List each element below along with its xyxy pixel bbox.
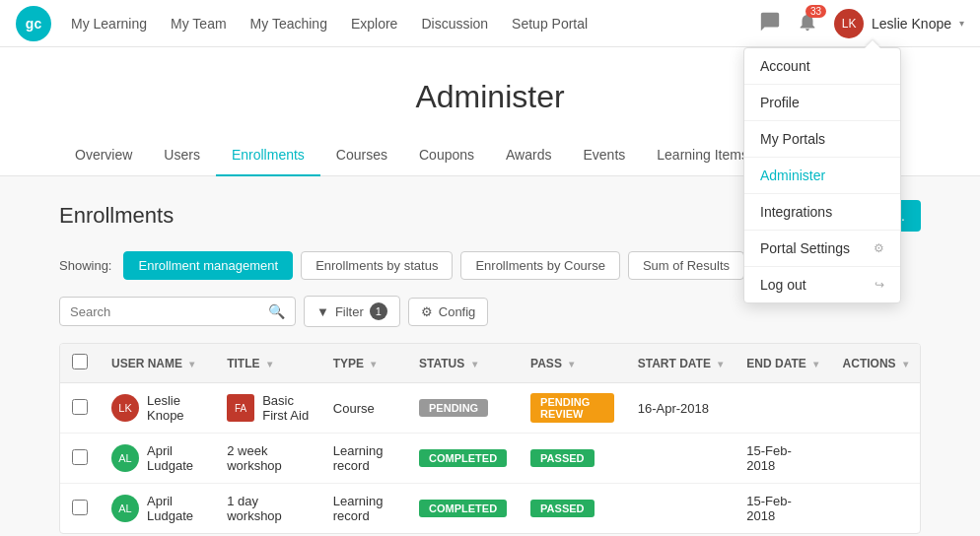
- sub-nav-enrollments[interactable]: Enrollments: [216, 135, 320, 176]
- user-menu[interactable]: LK Leslie Knope ▾: [834, 9, 964, 38]
- col-type[interactable]: TYPE ▾: [321, 344, 407, 383]
- col-title[interactable]: TITLE ▾: [215, 344, 321, 383]
- col-status[interactable]: STATUS ▾: [407, 344, 519, 383]
- status-badge: COMPLETED: [419, 500, 507, 517]
- search-icon: 🔍: [268, 303, 285, 319]
- row-title-cell: 1 day workshop: [215, 484, 321, 534]
- row-pass-cell: PENDING REVIEW: [519, 383, 626, 434]
- chevron-down-icon: ▾: [959, 18, 964, 29]
- filter-icon: ▼: [316, 304, 329, 319]
- row-checkbox[interactable]: [72, 449, 88, 465]
- config-button[interactable]: ⚙ Config: [408, 298, 489, 326]
- user-avatar: AL: [111, 444, 139, 472]
- end-date-text: 15-Feb-2018: [746, 443, 792, 473]
- row-pass-cell: PASSED: [519, 434, 626, 484]
- row-actions-cell: [831, 484, 920, 534]
- col-actions[interactable]: ACTIONS ▾: [831, 344, 920, 383]
- select-all-checkbox[interactable]: [72, 354, 88, 369]
- username-text: April Ludgate: [147, 443, 203, 473]
- logout-icon: ↪: [875, 278, 884, 292]
- sub-nav-users[interactable]: Users: [148, 135, 216, 176]
- col-end-date[interactable]: END DATE ▾: [735, 344, 830, 383]
- row-start-date-cell: [626, 484, 735, 534]
- sort-start-date-icon: ▾: [718, 359, 723, 369]
- sort-end-date-icon: ▾: [813, 359, 818, 369]
- user-name: Leslie Knope: [872, 16, 951, 32]
- row-title-cell: FA Basic First Aid: [215, 383, 321, 434]
- nav-setup-portal[interactable]: Setup Portal: [512, 16, 588, 32]
- sort-type-icon: ▾: [371, 359, 376, 369]
- type-text: Course: [333, 401, 375, 416]
- col-start-date[interactable]: START DATE ▾: [626, 344, 735, 383]
- table-row: AL April Ludgate 2 week workshop Learnin…: [60, 434, 920, 484]
- row-checkbox-cell[interactable]: [60, 383, 100, 434]
- col-username[interactable]: USER NAME ▾: [100, 344, 215, 383]
- dropdown-integrations[interactable]: Integrations: [744, 194, 900, 231]
- config-icon: ⚙: [421, 304, 433, 319]
- title-text: 1 day workshop: [227, 494, 310, 523]
- filter-count-badge: 1: [370, 302, 387, 320]
- user-avatar: AL: [111, 495, 139, 522]
- row-end-date-cell: [735, 383, 830, 434]
- sort-pass-icon: ▾: [569, 359, 574, 369]
- nav-my-team[interactable]: My Team: [171, 16, 227, 32]
- row-actions-cell: [831, 383, 920, 434]
- nav-right: 33 LK Leslie Knope ▾: [759, 9, 964, 38]
- tab-sum-of-results[interactable]: Sum of Results: [628, 251, 744, 280]
- status-badge: PENDING: [419, 399, 488, 417]
- user-avatar: LK: [111, 394, 139, 422]
- row-username-cell: AL April Ludgate: [100, 434, 215, 484]
- row-start-date-cell: [626, 434, 735, 484]
- nav-my-teaching[interactable]: My Teaching: [250, 16, 327, 32]
- title-text: Basic First Aid: [262, 393, 310, 423]
- search-box[interactable]: 🔍: [59, 297, 296, 326]
- status-badge: COMPLETED: [419, 449, 507, 467]
- row-checkbox[interactable]: [72, 500, 88, 515]
- chat-icon[interactable]: [759, 11, 781, 35]
- notification-icon[interactable]: 33: [797, 11, 818, 35]
- settings-icon: ⚙: [874, 241, 884, 255]
- tab-enrollment-management[interactable]: Enrollment management: [123, 251, 293, 280]
- nav-explore[interactable]: Explore: [351, 16, 397, 32]
- dropdown-account[interactable]: Account: [744, 48, 900, 85]
- dropdown-portal-settings[interactable]: Portal Settings ⚙: [744, 231, 900, 267]
- dropdown-profile[interactable]: Profile: [744, 85, 900, 121]
- tab-enrollments-by-course[interactable]: Enrollments by Course: [460, 251, 620, 280]
- filter-button[interactable]: ▼ Filter 1: [304, 296, 400, 327]
- user-avatar: LK: [834, 9, 864, 38]
- tab-enrollments-by-status[interactable]: Enrollments by status: [301, 251, 453, 280]
- row-status-cell: COMPLETED: [407, 434, 519, 484]
- col-pass[interactable]: PASS ▾: [519, 344, 626, 383]
- nav-my-learning[interactable]: My Learning: [71, 16, 147, 32]
- dropdown-my-portals[interactable]: My Portals: [744, 121, 900, 158]
- nav-discussion[interactable]: Discussion: [421, 16, 488, 32]
- table-body: LK Leslie Knope FA Basic First Aid Cours…: [60, 383, 920, 534]
- row-actions-cell: [831, 434, 920, 484]
- sub-nav-courses[interactable]: Courses: [320, 135, 403, 176]
- select-all-header[interactable]: [60, 344, 100, 383]
- sort-status-icon: ▾: [472, 359, 477, 369]
- section-title: Enrollments: [59, 203, 174, 229]
- table-container: USER NAME ▾ TITLE ▾ TYPE ▾ STATUS: [59, 343, 921, 534]
- search-input[interactable]: [70, 304, 268, 319]
- row-checkbox[interactable]: [72, 399, 88, 415]
- sub-nav-overview[interactable]: Overview: [59, 135, 148, 176]
- row-username-cell: LK Leslie Knope: [100, 383, 215, 434]
- sub-nav-coupons[interactable]: Coupons: [403, 135, 490, 176]
- type-text: Learning record: [333, 494, 384, 523]
- sort-title-icon: ▾: [267, 359, 272, 369]
- row-checkbox-cell[interactable]: [60, 434, 100, 484]
- dropdown-administer[interactable]: Administer: [744, 158, 900, 194]
- username-text: April Ludgate: [147, 494, 203, 523]
- sub-nav-awards[interactable]: Awards: [490, 135, 567, 176]
- table-row: AL April Ludgate 1 day workshop Learning…: [60, 484, 920, 534]
- row-type-cell: Course: [321, 383, 407, 434]
- row-checkbox-cell[interactable]: [60, 484, 100, 534]
- row-username-cell: AL April Ludgate: [100, 484, 215, 534]
- logo[interactable]: gc: [16, 6, 51, 41]
- title-text: 2 week workshop: [227, 443, 310, 473]
- start-date-text: 16-Apr-2018: [638, 401, 709, 416]
- sub-nav-events[interactable]: Events: [567, 135, 641, 176]
- dropdown-logout[interactable]: Log out ↪: [744, 267, 900, 302]
- dropdown-arrow: [865, 40, 880, 48]
